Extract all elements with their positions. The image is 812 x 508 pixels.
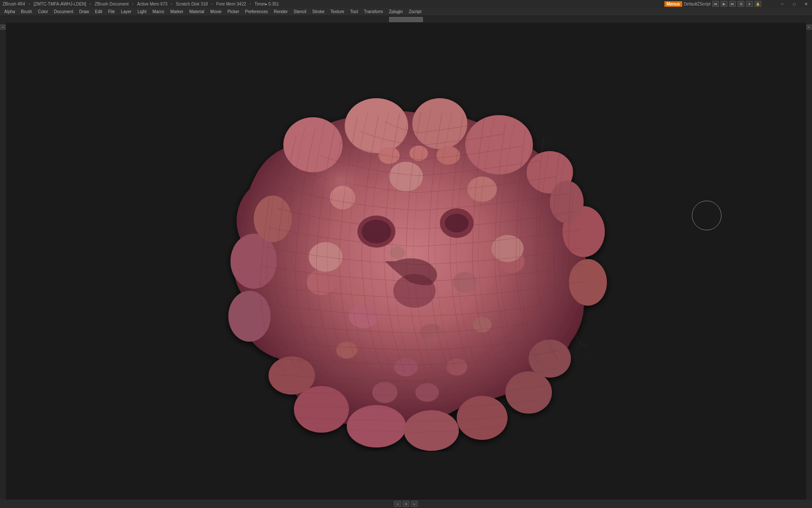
menu-item-picker[interactable]: Picker — [225, 8, 242, 15]
active-mem: Active Mem 673 — [137, 2, 167, 6]
svg-point-12 — [505, 371, 552, 414]
bottom-nav-right[interactable]: ▸ — [411, 501, 418, 507]
menu-item-transform[interactable]: Transform — [361, 8, 385, 15]
record-icon[interactable]: ● — [746, 1, 753, 7]
menu-item-file[interactable]: File — [106, 8, 118, 15]
left-sidebar-btn-1[interactable]: ◂ — [0, 25, 5, 30]
menu-bar: AlphaBrushColorDocumentDrawEditFileLayer… — [0, 8, 812, 16]
svg-point-14 — [228, 291, 271, 342]
lock-icon[interactable]: 🔒 — [754, 1, 761, 7]
menus-area: Menus DefaultZScript ⏮ ▶ ⏭ ⊞ ● 🔒 — [664, 0, 761, 8]
svg-point-26 — [349, 304, 379, 328]
menus-label[interactable]: Menus — [664, 1, 682, 7]
svg-point-10 — [404, 410, 459, 451]
window-controls: ─ □ ✕ — [776, 0, 812, 8]
menu-item-zplugin[interactable]: Zplugin — [387, 8, 406, 15]
bottom-nav-left[interactable]: ◂ — [394, 501, 401, 507]
svg-point-3 — [412, 98, 467, 149]
menu-item-material[interactable]: Material — [187, 8, 207, 15]
default-zscript-label[interactable]: DefaultZScript — [684, 2, 710, 6]
menu-item-texture[interactable]: Texture — [328, 8, 347, 15]
svg-point-4 — [465, 115, 533, 174]
right-sidebar-btn-1[interactable]: ▸ — [807, 25, 812, 30]
svg-point-37 — [390, 246, 405, 259]
app-name: ZBrush 4R4 — [3, 2, 25, 6]
svg-point-34 — [436, 146, 460, 165]
svg-point-36 — [491, 235, 524, 262]
license-key: [ZMTC-TMFA-AWHJ-LDEN] — [33, 2, 86, 6]
document-label: ZBrush Document — [95, 2, 129, 6]
svg-point-30 — [269, 356, 315, 395]
svg-point-22 — [307, 270, 336, 295]
svg-point-9 — [347, 405, 406, 447]
menu-item-color[interactable]: Color — [36, 8, 51, 15]
svg-point-42 — [372, 382, 398, 403]
svg-point-7 — [569, 259, 607, 306]
svg-point-25 — [453, 272, 478, 293]
svg-point-33 — [409, 146, 428, 161]
menu-item-render[interactable]: Render — [272, 8, 291, 15]
menu-item-stencil[interactable]: Stencil — [291, 8, 309, 15]
svg-point-32 — [379, 147, 400, 164]
menu-item-alpha[interactable]: Alpha — [2, 8, 18, 15]
menu-item-layer[interactable]: Layer — [118, 8, 134, 15]
title-bar: ZBrush 4R4 • [ZMTC-TMFA-AWHJ-LDEN] • ZBr… — [0, 0, 812, 8]
menu-item-stroke[interactable]: Stroke — [310, 8, 327, 15]
svg-point-40 — [394, 358, 418, 376]
menu-item-edit[interactable]: Edit — [93, 8, 105, 15]
svg-point-11 — [457, 396, 508, 440]
svg-point-44 — [304, 155, 406, 240]
canvas-area — [6, 23, 806, 500]
menu-item-brush[interactable]: Brush — [19, 8, 35, 15]
svg-point-13 — [230, 234, 277, 289]
bottom-nav-icon[interactable]: ⊕ — [403, 501, 409, 507]
menu-item-movie[interactable]: Movie — [208, 8, 224, 15]
menu-item-macro[interactable]: Macro — [150, 8, 167, 15]
rewind-icon[interactable]: ⏮ — [712, 1, 719, 7]
grid-icon[interactable]: ⊞ — [738, 1, 744, 7]
menu-item-zscript[interactable]: Zscript — [406, 8, 424, 15]
menu-item-preferences[interactable]: Preferences — [243, 8, 271, 15]
sculpt-mesh-svg — [195, 71, 617, 452]
timer: Timer▸ 0.351 — [255, 2, 279, 6]
scratch-disk: Scratch Disk 318 — [176, 2, 208, 6]
menu-item-marker[interactable]: Marker — [167, 8, 186, 15]
maximize-button[interactable]: □ — [788, 0, 800, 8]
step-icon[interactable]: ⏭ — [729, 1, 736, 7]
left-sidebar: ◂ — [0, 23, 6, 500]
menu-item-document[interactable]: Document — [52, 8, 76, 15]
menu-item-tool[interactable]: Tool — [348, 8, 360, 15]
toolbar-center-button[interactable] — [389, 17, 423, 22]
svg-point-43 — [415, 383, 439, 402]
right-sidebar: ▸ — [806, 23, 812, 500]
minimize-button[interactable]: ─ — [776, 0, 788, 8]
free-mem: Free Mem 3422 — [216, 2, 246, 6]
close-button[interactable]: ✕ — [800, 0, 812, 8]
svg-point-31 — [529, 340, 571, 378]
play-icon[interactable]: ▶ — [721, 1, 727, 7]
menu-item-draw[interactable]: Draw — [77, 8, 91, 15]
toolbar-area — [0, 16, 812, 23]
bottom-bar: ◂ ⊕ ▸ — [0, 500, 812, 508]
menu-item-light[interactable]: Light — [135, 8, 149, 15]
sculpt-viewport[interactable] — [6, 23, 806, 500]
